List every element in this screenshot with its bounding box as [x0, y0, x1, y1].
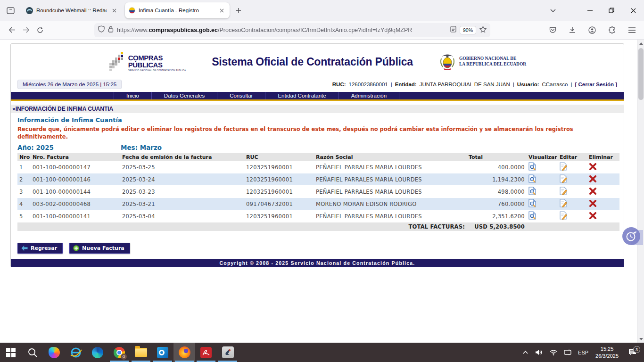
user-label: Usuario: — [517, 82, 539, 87]
nav-item-inicio[interactable]: Inicio — [114, 92, 151, 99]
copyright-bar: Copyright © 2008 - 2025 Servicio Naciona… — [11, 259, 624, 267]
notification-center-icon[interactable]: 3 — [623, 349, 641, 356]
new-tab-button[interactable] — [231, 3, 246, 17]
view-icon[interactable] — [528, 190, 537, 197]
java-app-icon[interactable] — [217, 343, 239, 362]
close-window-button[interactable] — [622, 0, 644, 21]
edit-icon[interactable] — [560, 214, 568, 221]
scroll-up-icon[interactable] — [637, 40, 644, 47]
tray-chevron-up-icon[interactable] — [519, 351, 531, 354]
nav-item-entidad-contratante[interactable]: Entidad Contratante — [265, 92, 338, 99]
col-fecha: Fecha de emisión de la factura — [120, 153, 244, 161]
edge-icon[interactable] — [87, 343, 108, 362]
clock-icon[interactable] — [622, 227, 640, 245]
copilot-icon[interactable] — [43, 343, 65, 362]
col-razon-social: Razón Social — [314, 153, 467, 161]
delete-icon[interactable] — [589, 165, 597, 172]
lock-icon[interactable] — [108, 26, 114, 34]
ecuador-favicon — [129, 7, 135, 14]
zoom-level-badge[interactable]: 90% — [460, 26, 476, 34]
view-icon[interactable] — [528, 165, 537, 172]
account-icon[interactable] — [585, 23, 600, 37]
url-bar[interactable]: https://www.compraspublicas.gob.ec/Proce… — [94, 23, 490, 37]
firefox-view-icon[interactable] — [3, 3, 18, 18]
internet-explorer-icon[interactable] — [65, 343, 87, 362]
tab-roundcube[interactable]: Roundcube Webmail :: Redactar — [22, 2, 122, 18]
tab-infima-cuantia[interactable]: Infima Cuantía - Registro — [125, 2, 230, 18]
page-viewport: COMPRAS PÚBLICAS SERVICIO NACIONAL DE CO… — [0, 40, 644, 343]
taskbar-clock[interactable]: 15:25 26/3/2025 — [593, 346, 621, 360]
col-visualizar: Visualizar — [527, 153, 558, 161]
list-tabs-button[interactable] — [545, 2, 561, 18]
scroll-down-icon[interactable] — [637, 335, 644, 343]
edit-icon[interactable] — [560, 178, 568, 184]
site-title: Sistema Oficial de Contratación Pública — [212, 56, 413, 68]
tablet-mode-icon[interactable] — [561, 349, 574, 355]
language-indicator[interactable]: ESP — [576, 350, 591, 355]
pocket-icon[interactable] — [545, 23, 560, 37]
reader-view-icon[interactable] — [450, 26, 456, 34]
shield-icon[interactable] — [98, 25, 105, 34]
restore-button[interactable] — [601, 0, 622, 21]
scrollbar[interactable] — [637, 40, 644, 343]
tab-divider — [20, 6, 20, 15]
separator: | — [570, 82, 572, 87]
separator: | — [391, 82, 392, 87]
table-row: 2 001-100-000000146 2025-03-24 120325196… — [17, 173, 619, 186]
tab-close-icon[interactable] — [217, 6, 226, 15]
downloads-icon[interactable] — [565, 23, 580, 37]
file-explorer-icon[interactable] — [130, 343, 152, 362]
volume-icon[interactable] — [533, 349, 545, 355]
chrome-profile-badge: G — [121, 354, 127, 360]
chrome-icon[interactable]: G — [108, 343, 130, 362]
taskbar-time: 15:25 — [595, 346, 619, 353]
view-icon[interactable] — [528, 202, 537, 209]
view-icon[interactable] — [528, 178, 537, 184]
back-icon[interactable] — [5, 23, 19, 37]
edit-icon[interactable] — [560, 202, 568, 209]
start-button[interactable] — [0, 343, 22, 362]
outlook-icon[interactable] — [152, 343, 173, 362]
total-value: USD 5,203.8500 — [467, 222, 527, 231]
gov-text-line2: LA REPUBLICA DEL ECUADOR — [459, 62, 526, 67]
nav-item-datos-generales[interactable]: Datos Generales — [151, 92, 217, 99]
edit-icon[interactable] — [560, 165, 568, 172]
bookmark-star-icon[interactable] — [479, 26, 487, 34]
wifi-icon[interactable] — [547, 350, 560, 355]
firefox-icon[interactable] — [173, 343, 195, 362]
extensions-puzzle-icon[interactable] — [604, 23, 619, 37]
delete-icon[interactable] — [589, 177, 597, 184]
view-icon[interactable] — [528, 214, 537, 221]
section-title: Información de Infima Cuantía — [17, 116, 617, 123]
floating-clock-widget[interactable] — [622, 227, 643, 248]
reload-icon[interactable] — [33, 23, 47, 37]
edit-icon[interactable] — [560, 190, 568, 197]
breadcrumb: »INFORMACIÓN DE INFIMA CUANTIA — [11, 105, 624, 113]
warning-text: Recuerde que, únicamente podrá editar o … — [17, 125, 597, 140]
delete-icon[interactable] — [589, 189, 597, 196]
col-factura: Nro. Factura — [31, 153, 120, 161]
minimize-button[interactable] — [579, 0, 601, 21]
col-editar: Editar — [558, 153, 587, 161]
total-label: TOTAL FACTURAS: — [314, 222, 467, 231]
gov-text-line1: GOBIERNO NACIONAL DE — [459, 56, 526, 62]
delete-icon[interactable] — [589, 202, 597, 208]
delete-icon[interactable] — [589, 214, 597, 221]
col-eliminar: Eliminar — [587, 153, 619, 161]
forward-icon[interactable] — [19, 23, 33, 37]
taskbar-search-icon[interactable] — [22, 343, 43, 362]
ecuador-crest-icon — [439, 53, 456, 71]
nav-item-administracion[interactable]: Administración — [339, 92, 399, 99]
acrobat-icon[interactable] — [195, 343, 217, 362]
regresar-button[interactable]: Regresar — [17, 243, 63, 254]
logout-link[interactable]: [ Cerrar Sesión ] — [575, 82, 617, 87]
back-arrow-icon — [21, 246, 28, 251]
tab-close-icon[interactable] — [110, 6, 118, 15]
taskbar-date: 26/3/2025 — [595, 353, 619, 360]
nav-item-consultar[interactable]: Consultar — [217, 92, 265, 99]
nueva-factura-button[interactable]: Nueva Factura — [69, 243, 130, 254]
url-text: https://www.compraspublicas.gob.ec/Proce… — [117, 27, 447, 33]
government-brand: GOBIERNO NACIONAL DE LA REPUBLICA DEL EC… — [439, 53, 526, 71]
scrollbar-thumb[interactable] — [638, 48, 644, 100]
menu-hamburger-icon[interactable] — [624, 23, 639, 37]
